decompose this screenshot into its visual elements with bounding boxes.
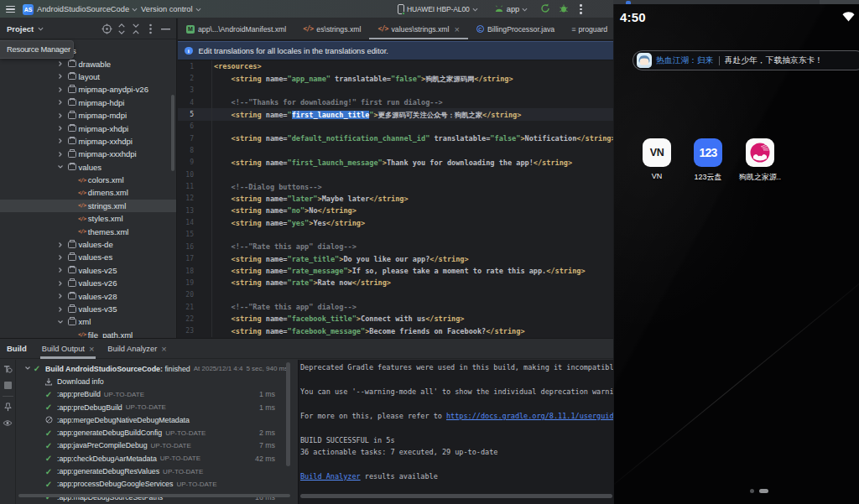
build-root-row[interactable]: ✓Build AndroidStudioSourceCode: finished… — [17, 362, 295, 375]
tree-item-mipmap-mdpi[interactable]: mipmap-mdpi — [0, 109, 176, 122]
build-task-name: Download info — [57, 377, 104, 386]
project-tree-scrollbar[interactable] — [171, 95, 174, 171]
console-link[interactable]: https://docs.gradle.org/8.11.1/userguid — [446, 412, 613, 420]
build-task-status: UP-TO-DATE — [104, 391, 144, 398]
build-tree-horizontal-scrollbar[interactable] — [18, 494, 290, 497]
project-panel-title[interactable]: Project — [7, 24, 34, 34]
locate-file-icon[interactable] — [101, 23, 112, 35]
editor-tab-4[interactable]: CBillingProcessor.java — [468, 18, 563, 39]
tree-item-dimens.xml[interactable]: </>dimens.xml — [0, 186, 176, 199]
build-root-label: Build AndroidStudioSourceCode: finished — [45, 365, 190, 373]
build-task-name: :app:javaPreCompileDebug — [57, 441, 148, 449]
build-tab-1[interactable]: Build Output× — [35, 339, 102, 359]
code-line-18: 18 <string name="rate_message">If so, pl… — [178, 265, 613, 277]
tree-item-drawable[interactable]: drawable — [0, 57, 176, 70]
build-task-status: UP-TO-DATE — [126, 403, 166, 411]
close-tab-icon[interactable]: × — [161, 344, 166, 354]
tree-item-strings.xml[interactable]: </>strings.xml — [0, 200, 176, 212]
tree-item-mipmap-xhdpi[interactable]: mipmap-xhdpi — [0, 122, 176, 134]
build-tab-label: Build Analyzer — [107, 345, 157, 353]
line-number: 21 — [178, 304, 194, 311]
tree-item-label: values-v28 — [79, 292, 117, 301]
tree-item-values[interactable]: values — [0, 161, 176, 174]
tree-item-colors.xml[interactable]: </>colors.xml — [0, 174, 176, 186]
build-task-row[interactable]: ✓:app:preDebugBuildUP-TO-DATE1 ms — [17, 401, 295, 413]
tree-item-values-v25[interactable]: values-v25 — [0, 264, 176, 277]
project-selector[interactable]: AndroidStudioSourceCode — [37, 5, 138, 13]
editor-tab-3[interactable]: </>values\strings.xml× — [369, 18, 468, 39]
app-icon-123pan[interactable]: 123 — [694, 138, 722, 167]
build-task-row[interactable]: ✓:app:preBuildUP-TO-DATE1 ms — [17, 388, 295, 401]
more-actions-icon[interactable] — [580, 4, 582, 14]
build-tab-2[interactable]: Build Analyzer× — [101, 339, 173, 359]
code-line-13: 13 <string name="no">No</string> — [178, 205, 613, 216]
debug-button[interactable] — [559, 3, 569, 15]
page-pill-current — [759, 489, 768, 493]
tree-item-mipmap-xxhdpi[interactable]: mipmap-xxhdpi — [0, 135, 176, 148]
tree-item-mipmap-anydpi-v26[interactable]: mipmap-anydpi-v26 — [0, 83, 176, 96]
build-task-row[interactable]: ✓:app:processDebugGoogleServicesUP-TO-DA… — [17, 478, 295, 491]
panel-options-icon[interactable] — [145, 23, 157, 35]
tree-item-mipmap-xxxhdpi[interactable]: mipmap-xxxhdpi — [0, 148, 176, 160]
folder-icon — [68, 254, 76, 261]
gutter-divider — [194, 180, 212, 192]
stop-icon[interactable] — [3, 380, 13, 391]
chevron-right-icon — [57, 151, 64, 158]
tree-item-values-v26[interactable]: values-v26 — [0, 277, 176, 289]
tree-item-mipmap-hdpi[interactable]: mipmap-hdpi — [0, 96, 176, 109]
build-panel-header: Build Build Output×Build Analyzer× — [0, 339, 613, 359]
editor-tab-2[interactable]: </>es\strings.xml — [294, 18, 369, 39]
editor-tab-1[interactable]: Mapp\...\AndroidManifest.xml — [178, 18, 294, 39]
hide-panel-icon[interactable] — [159, 23, 171, 35]
console-text: You can use '--warning-mode all' to show… — [300, 387, 613, 396]
code-editor[interactable]: 1<resources>2 <string name="app_name" tr… — [178, 60, 613, 338]
tree-item-values-v28[interactable]: values-v28 — [0, 289, 176, 302]
main-menu-icon[interactable] — [6, 6, 15, 13]
folder-icon — [68, 151, 76, 158]
xml-file-icon: </> — [78, 228, 86, 235]
tree-item-values-de[interactable]: values-de — [0, 238, 176, 251]
close-tab-icon[interactable]: × — [455, 24, 460, 34]
tree-item-file_path.xml[interactable]: </>file_path.xml — [0, 329, 176, 338]
line-number: 3 — [178, 86, 194, 94]
build-task-status: UP-TO-DATE — [151, 442, 191, 449]
tree-item-themes.xml[interactable]: </>themes.xml — [0, 225, 176, 237]
pin-icon[interactable] — [3, 402, 13, 413]
run-configuration[interactable]: app — [494, 5, 528, 14]
notification-banner[interactable]: 热血江湖：归来 再赴少年，下载抽京东卡！ — [633, 50, 859, 70]
app-icon-goukai[interactable] — [746, 138, 774, 167]
app-icon-vn[interactable]: VN — [643, 138, 671, 167]
build-task-row[interactable]: ✓:app:generateDebugResValuesUP-TO-DATE — [17, 465, 295, 477]
console-horizontal-scrollbar[interactable] — [300, 494, 612, 498]
build-task-row[interactable]: :app:mergeDebugNativeDebugMetadata — [17, 413, 295, 426]
build-tree-vertical-scrollbar[interactable] — [286, 362, 290, 466]
xml-file-icon: </> — [78, 331, 86, 338]
folder-icon — [68, 164, 76, 170]
expand-selection-icon[interactable] — [116, 23, 128, 35]
build-task-row[interactable]: ✓:app:checkDebugAarMetadataUP-TO-DATE42 … — [17, 452, 295, 465]
rerun-button[interactable] — [540, 3, 550, 15]
folder-icon — [68, 60, 76, 67]
tree-item-label: values-v25 — [79, 266, 117, 275]
close-tab-icon[interactable]: × — [89, 344, 94, 354]
line-number: 20 — [178, 291, 194, 299]
version-control-menu[interactable]: Version control — [141, 5, 201, 13]
view-options-icon[interactable] — [3, 418, 13, 429]
tree-item-layout[interactable]: layout — [0, 70, 176, 83]
build-task-row[interactable]: ✓:app:generateDebugBuildConfigUP-TO-DATE… — [17, 426, 295, 439]
folder-icon — [68, 138, 76, 144]
tree-item-xml[interactable]: xml — [0, 315, 176, 328]
build-task-status: UP-TO-DATE — [165, 429, 206, 437]
console-link[interactable]: Build Analyzer — [300, 472, 361, 481]
success-check-icon: ✓ — [44, 429, 54, 438]
device-selector[interactable]: HUAWEI HBP-AL00 — [398, 4, 478, 14]
tree-item-values-v35[interactable]: values-v35 — [0, 303, 176, 315]
filter-icon[interactable] — [3, 364, 13, 375]
tree-item-styles.xml[interactable]: </>styles.xml — [0, 212, 176, 225]
build-task-row[interactable]: ✓:app:javaPreCompileDebugUP-TO-DATE7 ms — [17, 439, 295, 452]
collapse-all-icon[interactable] — [130, 23, 142, 35]
editor-tab-5[interactable]: ≡proguard — [563, 18, 613, 39]
tree-item-values-es[interactable]: values-es — [0, 251, 176, 263]
code-line-7: 7 <string name="default_notification_cha… — [178, 132, 613, 144]
build-task-row[interactable]: Download info — [17, 375, 295, 387]
